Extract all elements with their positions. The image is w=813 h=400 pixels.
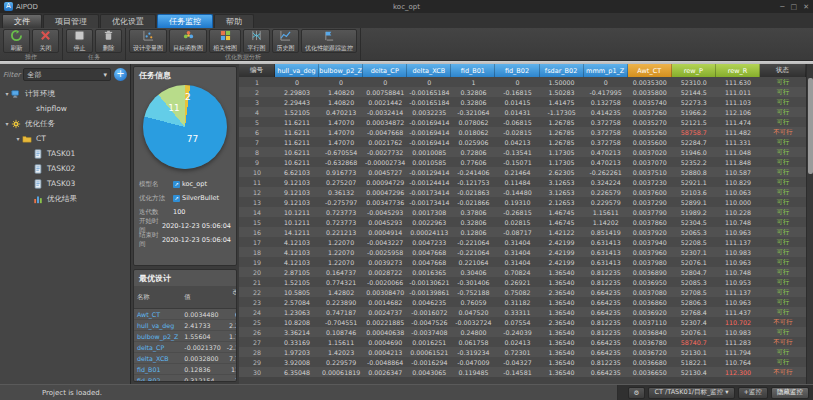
- column-header-状态[interactable]: 状态: [760, 64, 806, 77]
- table-row[interactable]: 281.972031.420230.00042130.00061521-0.31…: [239, 347, 806, 357]
- column-header-fid_B02[interactable]: fid_B02: [495, 64, 539, 77]
- table-row[interactable]: 711.62111.470700.0021762-0.001694140.025…: [239, 137, 806, 147]
- ribbon-button-close-red[interactable]: 关闭: [32, 29, 59, 53]
- task-info-title: 任务信息: [134, 67, 236, 83]
- tree-expand-icon[interactable]: ▾: [3, 90, 11, 97]
- tree-item-task01[interactable]: TASK01: [3, 146, 127, 161]
- cell-value: 0.21464: [495, 167, 539, 177]
- ribbon-button-parallel[interactable]: 平行图: [243, 29, 270, 53]
- tree-item-计算环境[interactable]: ▾计算环境: [3, 86, 127, 101]
- best-design-row[interactable]: delta_CP-0.0021370-2.1%: [134, 342, 237, 353]
- tree-item-shipflow[interactable]: shipflow: [3, 101, 127, 116]
- ribbon-button-matrix[interactable]: 相关性图: [209, 29, 241, 53]
- status-badge: 不可行: [760, 317, 806, 327]
- table-row[interactable]: 270.331691.156110.00046900.00162510.0617…: [239, 337, 806, 347]
- table-row[interactable]: 1410.12110.723773-0.00452930.00173080.37…: [239, 207, 806, 217]
- best-design-row[interactable]: Awt_CT0.00344806%: [134, 309, 237, 320]
- table-row[interactable]: 32.294431.408200.0021442-0.001651840.328…: [239, 97, 806, 107]
- tree-expand-icon[interactable]: ▾: [3, 120, 11, 127]
- table-row[interactable]: 106.621030.9167730.0045727-0.00129414-0.…: [239, 167, 806, 177]
- table-row[interactable]: 184.121031.22070-0.00259580.0047668-0.22…: [239, 247, 806, 257]
- table-row[interactable]: 910.6211-0.632868-0.000027340.00105850.7…: [239, 157, 806, 167]
- table-row[interactable]: 810.6211-0.670554-0.00277320.00100850.72…: [239, 147, 806, 157]
- monitor-settings-button[interactable]: ⚙: [628, 387, 646, 399]
- close-icon[interactable]: ✕: [803, 3, 809, 11]
- ribbon-button-refresh[interactable]: 刷新: [3, 29, 30, 53]
- ribbon-tab-5[interactable]: 帮助: [214, 14, 254, 28]
- table-row[interactable]: 139.12103-0.2757970.00347736-0.00173414-…: [239, 197, 806, 207]
- table-row[interactable]: 511.62111.470700.00034872-0.001694140.07…: [239, 117, 806, 127]
- ribbon-tab-4[interactable]: 任务监控: [157, 14, 213, 28]
- column-header-delta_CP[interactable]: delta_CP: [363, 64, 407, 77]
- vertical-scrollbar[interactable]: [806, 64, 813, 384]
- table-row[interactable]: 263.362140.1087460.00040638-0.00374080.2…: [239, 327, 806, 337]
- column-header-bulbow_p2_Z[interactable]: bulbow_p2_Z: [319, 64, 363, 77]
- best-design-row[interactable]: fid_B020.312154-7%: [134, 375, 237, 383]
- table-row[interactable]: 232.570840.2238900.00146820.00462350.760…: [239, 297, 806, 307]
- ribbon-tab-2[interactable]: 项目管理: [43, 14, 99, 28]
- cell-value: 1.23063: [275, 307, 319, 317]
- cell-value: 52130.4: [672, 367, 716, 377]
- table-row[interactable]: 119.121030.2752070.00094729-0.00124414-0…: [239, 177, 806, 187]
- column-header-rew_P[interactable]: rew_P: [672, 64, 716, 77]
- table-row[interactable]: 293.920080.229579-0.0048864-0.0016294-0.…: [239, 357, 806, 367]
- tree-item-task03[interactable]: TASK03: [3, 176, 127, 191]
- add-task-button[interactable]: +: [114, 68, 127, 81]
- table-row[interactable]: 2210.58051.428020.00308470-0.00139861-0.…: [239, 287, 806, 297]
- table-row[interactable]: 306.350480.000618190.00263470.00430650.1…: [239, 367, 806, 377]
- column-header-Awt_CT[interactable]: Awt_CT: [628, 64, 672, 77]
- table-row[interactable]: 22.298031.408200.00758841-0.001651840.32…: [239, 87, 806, 97]
- cell-value: 0.0045727: [363, 167, 407, 177]
- ribbon-button-stop[interactable]: 停止: [66, 29, 93, 53]
- table-row[interactable]: 10000101.5000000.003530052310.0111.630可行: [239, 77, 806, 87]
- table-row[interactable]: 241.230630.7471870.0024737-0.00160720.04…: [239, 307, 806, 317]
- best-design-row[interactable]: hull_va_deg2.417332.2%: [134, 320, 237, 331]
- ribbon-button-line[interactable]: 历史图: [272, 29, 299, 53]
- column-header-delta_XCB[interactable]: delta_XCB: [407, 64, 451, 77]
- table-row[interactable]: 1510.12110.7237730.00452930.00229630.328…: [239, 217, 806, 227]
- tree-item-优化任务[interactable]: ▾优化任务: [3, 116, 127, 131]
- table-row[interactable]: 194.121031.220700.00392730.00476680.2210…: [239, 257, 806, 267]
- ribbon-button-label: 删除: [103, 44, 115, 53]
- table-row[interactable]: 41.521050.470213-0.00324140.0032235-0.32…: [239, 107, 806, 117]
- column-header-fid_B01[interactable]: fid_B01: [451, 64, 495, 77]
- cell-value: 2.42199: [540, 247, 584, 257]
- table-row[interactable]: 211.521050.774321-0.0020066-0.00130621-0…: [239, 277, 806, 287]
- column-header-mmm_p1_Z[interactable]: mmm_p1_Z: [584, 64, 628, 77]
- ribbon-button-monitor[interactable]: 优化性能跟踪监控: [301, 29, 357, 53]
- ribbon-button-trash[interactable]: 删除: [95, 29, 122, 53]
- ribbon-button-scatter[interactable]: 设计变量图: [129, 29, 167, 53]
- table-row[interactable]: 611.62111.47070-0.0047668-0.001694140.01…: [239, 127, 806, 137]
- filter-dropdown[interactable]: 全部▾: [23, 68, 111, 81]
- ribbon-tab-1[interactable]: 文件: [2, 14, 42, 28]
- ribbon-tab-3[interactable]: 优化设置: [100, 14, 156, 28]
- table-row[interactable]: 2510.8208-0.7045510.00221885-0.0047526-0…: [239, 317, 806, 327]
- maximize-icon[interactable]: □: [791, 3, 798, 11]
- minimize-icon[interactable]: ─: [780, 3, 784, 11]
- table-row[interactable]: 202.871050.1647370.00287220.00163650.304…: [239, 267, 806, 277]
- ribbon-button-flower[interactable]: 目标函数图: [169, 29, 207, 53]
- add-monitor-button[interactable]: +监控: [738, 387, 768, 399]
- monitor-path-dropdown[interactable]: CT /TASK01/目标_监控 ▾: [648, 387, 734, 399]
- column-header-fsdar_B02[interactable]: fsdar_B02: [540, 64, 584, 77]
- cell-value: 110.983: [716, 327, 760, 337]
- tree-item-task02[interactable]: TASK02: [3, 161, 127, 176]
- column-header-编号[interactable]: 编号: [239, 64, 275, 77]
- tree-item-优化结果[interactable]: 优化结果: [3, 191, 127, 206]
- variable-name: delta_CP: [134, 342, 181, 353]
- column-header-hull_va_deg[interactable]: hull_va_deg: [275, 64, 319, 77]
- table-row[interactable]: 129.121030.361320.00047296-0.00173414-0.…: [239, 187, 806, 197]
- column-header-rew_R[interactable]: rew_R: [716, 64, 760, 77]
- best-design-row[interactable]: bulbow_p2_Z1.556041.7%: [134, 331, 237, 342]
- best-design-row[interactable]: fid_B010.1283611%: [134, 364, 237, 375]
- cell-value: 0.851419: [584, 227, 628, 237]
- table-row[interactable]: 174.121031.22070-0.00432270.0047233-0.22…: [239, 237, 806, 247]
- status-badge: 可行: [760, 347, 806, 357]
- best-design-row[interactable]: delta_XCB0.00328007.7%: [134, 353, 237, 364]
- table-row[interactable]: 1614.12110.2212130.00049140.000241130.12…: [239, 227, 806, 237]
- tree-item-ct[interactable]: ▾CT: [3, 131, 127, 146]
- variable-change: 7.7%: [224, 353, 237, 364]
- hide-monitor-button[interactable]: 隐藏监控: [771, 387, 809, 399]
- scrollbar-thumb[interactable]: [808, 78, 813, 174]
- tree-expand-icon[interactable]: ▾: [14, 135, 22, 142]
